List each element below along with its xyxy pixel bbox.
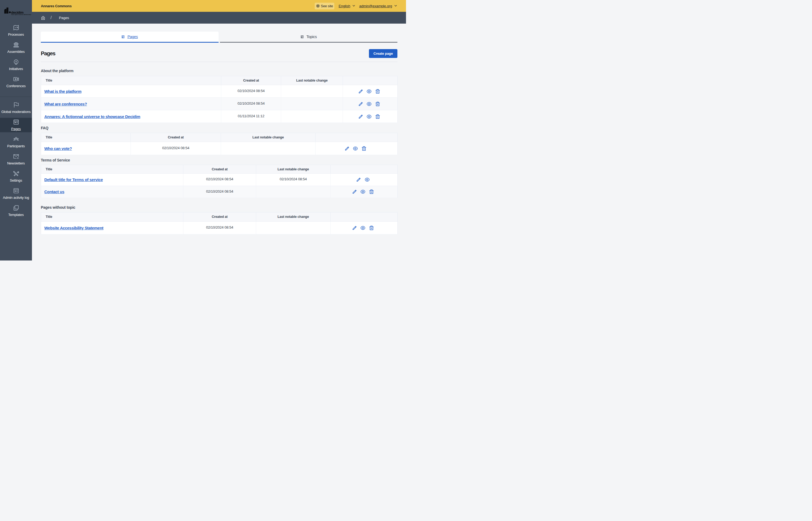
svg-text:free open-source democracy: free open-source democracy xyxy=(11,14,31,15)
